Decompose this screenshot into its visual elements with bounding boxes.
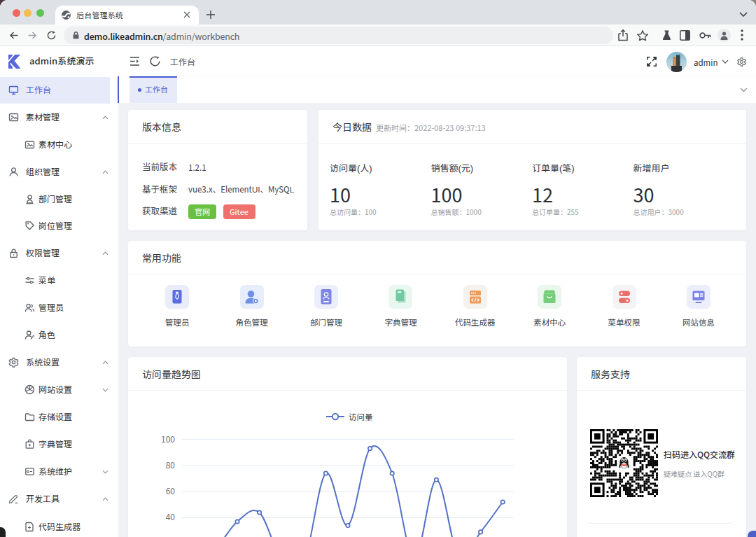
svg-text:60: 60 bbox=[166, 484, 176, 496]
svg-text:100: 100 bbox=[161, 433, 175, 445]
svg-text:80: 80 bbox=[166, 459, 176, 470]
svg-text:40: 40 bbox=[166, 510, 176, 522]
